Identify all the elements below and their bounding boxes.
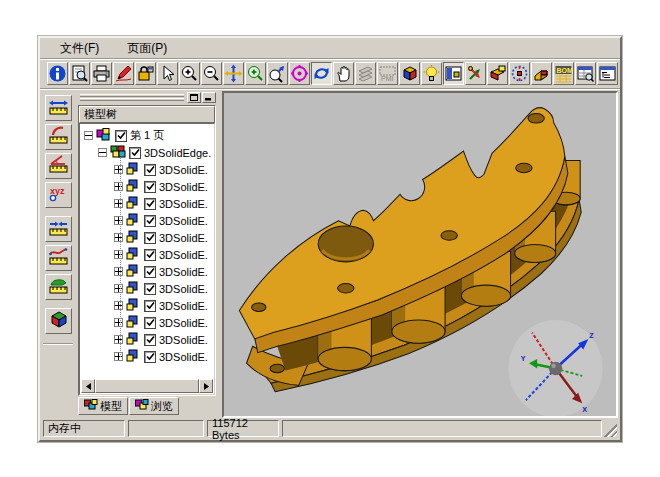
app-window: 文件(F) 页面(P) PMI BOM — [38, 36, 622, 442]
solid-eraser-button[interactable] — [531, 62, 552, 85]
expand-plus-icon[interactable] — [114, 182, 123, 191]
bom-button[interactable]: BOM — [553, 62, 574, 85]
measure-coordinate-button[interactable]: xyz — [45, 182, 72, 208]
model-tree[interactable]: 第 1 页 3DSolidEdge. 3DSolidE. 3DSolidE. — [79, 123, 215, 395]
expand-plus-icon[interactable] — [114, 216, 123, 225]
layers-button[interactable] — [355, 62, 376, 85]
light-button[interactable] — [421, 62, 442, 85]
tree-node-part[interactable]: 3DSolidE. — [80, 212, 214, 229]
tree-node-part[interactable]: 3DSolidE. — [80, 229, 214, 246]
collapse-minus-icon[interactable] — [84, 131, 93, 140]
expand-plus-icon[interactable] — [114, 352, 123, 361]
print-button[interactable] — [91, 62, 112, 85]
visibility-checkbox[interactable] — [144, 181, 156, 193]
tree-node-part[interactable]: 3DSolidE. — [80, 195, 214, 212]
status-file-size: 115712 Bytes — [207, 420, 279, 437]
visibility-checkbox[interactable] — [144, 198, 156, 210]
tree-node-part[interactable]: 3DSolidE. — [80, 297, 214, 314]
panel-hide-button[interactable] — [202, 92, 216, 103]
measure-tools-button[interactable] — [465, 62, 486, 85]
tree-node-part[interactable]: 3DSolidE. — [80, 348, 214, 365]
assembly-cubes-icon — [110, 145, 126, 160]
tree-node-part[interactable]: 3DSolidE. — [80, 263, 214, 280]
visibility-checkbox[interactable] — [144, 249, 156, 261]
rail-separator — [43, 343, 73, 344]
expand-plus-icon[interactable] — [114, 284, 123, 293]
tree-node-assembly[interactable]: 3DSolidEdge. — [80, 144, 214, 161]
visibility-checkbox[interactable] — [144, 164, 156, 176]
expand-plus-icon[interactable] — [114, 199, 123, 208]
pmi-button[interactable]: PMI — [377, 62, 398, 85]
tree-node-part[interactable]: 3DSolidE. — [80, 178, 214, 195]
section-button[interactable] — [487, 62, 508, 85]
scroll-left-arrow-icon[interactable] — [81, 379, 95, 393]
menu-file[interactable]: 文件(F) — [60, 40, 99, 57]
pan-hand-button[interactable] — [333, 62, 354, 85]
select-cursor-button[interactable] — [157, 62, 178, 85]
measure-tools-icon — [466, 64, 485, 83]
expand-plus-icon[interactable] — [114, 318, 123, 327]
visibility-checkbox[interactable] — [144, 317, 156, 329]
measure-distance-icon — [48, 96, 69, 120]
tree-node-part[interactable]: 3DSolidE. — [80, 314, 214, 331]
expand-plus-icon[interactable] — [114, 267, 123, 276]
visibility-checkbox[interactable] — [144, 266, 156, 278]
tree-node-part[interactable]: 3DSolidE. — [80, 331, 214, 348]
stamp-lock-button[interactable] — [135, 62, 156, 85]
explode-button[interactable] — [509, 62, 530, 85]
scrollbar-thumb[interactable] — [95, 379, 199, 393]
tree-node-label: 3DSolidE. — [159, 232, 208, 244]
table-report-button[interactable] — [575, 62, 596, 85]
zoom-window-button[interactable] — [245, 62, 266, 85]
expand-plus-icon[interactable] — [114, 250, 123, 259]
zoom-dynamic-button[interactable] — [267, 62, 288, 85]
visibility-checkbox[interactable] — [144, 215, 156, 227]
visibility-checkbox[interactable] — [144, 232, 156, 244]
rotate-button[interactable] — [311, 62, 332, 85]
measure-volume-button[interactable] — [45, 308, 72, 334]
measure-gap-button[interactable] — [45, 216, 72, 242]
info-button[interactable] — [47, 62, 68, 85]
orientation-triad[interactable]: Z X Y — [509, 320, 603, 416]
measure-area-button[interactable] — [45, 274, 72, 300]
markup-pen-button[interactable] — [113, 62, 134, 85]
measure-angle-button[interactable] — [45, 153, 72, 179]
tree-node-part[interactable]: 3DSolidE. — [80, 161, 214, 178]
panel-maximize-button[interactable] — [187, 92, 201, 103]
viewport-3d[interactable]: Z X Y — [222, 91, 618, 418]
visibility-checkbox[interactable] — [129, 147, 141, 159]
visibility-checkbox[interactable] — [144, 334, 156, 346]
tree-horizontal-scrollbar[interactable] — [81, 379, 213, 393]
collapse-minus-icon[interactable] — [98, 148, 107, 157]
visibility-checkbox[interactable] — [115, 130, 127, 142]
expand-plus-icon[interactable] — [114, 335, 123, 344]
panel-toggle-button[interactable] — [443, 62, 464, 85]
zoom-out-button[interactable] — [201, 62, 222, 85]
measure-length-button[interactable] — [45, 245, 72, 271]
tree-node-part[interactable]: 3DSolidE. — [80, 246, 214, 263]
tree-list-button[interactable] — [597, 62, 618, 85]
expand-plus-icon[interactable] — [114, 233, 123, 242]
scroll-right-arrow-icon[interactable] — [199, 379, 213, 393]
visibility-checkbox[interactable] — [144, 351, 156, 363]
resize-grip[interactable] — [604, 424, 617, 437]
tree-node-page[interactable]: 第 1 页 — [80, 127, 214, 144]
shade-cube-button[interactable] — [399, 62, 420, 85]
menu-page[interactable]: 页面(P) — [127, 40, 167, 57]
visibility-checkbox[interactable] — [144, 300, 156, 312]
preview-button[interactable] — [69, 62, 90, 85]
measure-distance-button[interactable] — [45, 95, 72, 121]
status-memory: 内存中 — [43, 420, 125, 437]
zoom-in-button[interactable] — [179, 62, 200, 85]
select-cursor-icon — [158, 64, 177, 83]
tab-browse[interactable]: 浏览 — [129, 397, 179, 415]
rotate-target-button[interactable] — [289, 62, 310, 85]
panel-gripper[interactable] — [78, 92, 216, 103]
tree-node-part[interactable]: 3DSolidE. — [80, 280, 214, 297]
tab-model[interactable]: 模型 — [78, 397, 128, 415]
visibility-checkbox[interactable] — [144, 283, 156, 295]
pan-arrows-button[interactable] — [223, 62, 244, 85]
expand-plus-icon[interactable] — [114, 165, 123, 174]
measure-radius-button[interactable] — [45, 124, 72, 150]
expand-plus-icon[interactable] — [114, 301, 123, 310]
